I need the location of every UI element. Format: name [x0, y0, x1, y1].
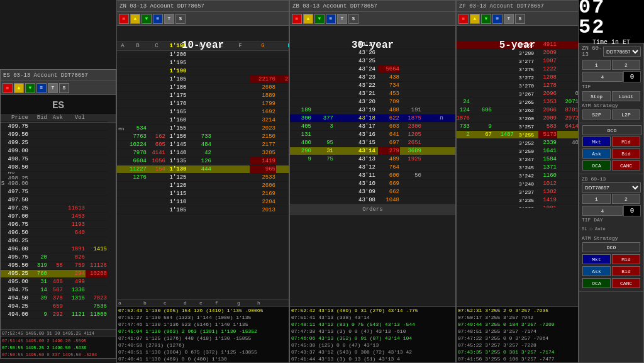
zn-num-4[interactable]: 4	[582, 72, 623, 82]
zn-col-e: E	[212, 42, 231, 50]
clock-label: Time in ET	[592, 39, 630, 46]
clock-time: 07 52	[579, 0, 644, 38]
zf-btn-green[interactable]: ▼	[481, 14, 491, 24]
zb-btn-t[interactable]: T	[337, 14, 347, 24]
zb-ts-row7: 07:43:37 43'12 (543) 0 308 (72) 43'13 42	[290, 349, 455, 355]
es-btn-t[interactable]: T	[48, 83, 58, 93]
zf-ts-row6: 07:45:22 3'257 3'257 -7228	[457, 342, 578, 349]
zf-btn-t[interactable]: T	[504, 14, 514, 24]
es-btn-s[interactable]: $	[59, 83, 69, 93]
zn-grid: 1'200 1'195 1'190 1'1852217622176 1'1802…	[117, 51, 289, 215]
es-col-ask: Ask	[48, 114, 64, 122]
es-symbol-label: ES	[1, 95, 116, 114]
zb-btn-red[interactable]: ■	[292, 14, 302, 24]
zn-stop-btn[interactable]: Stop	[582, 91, 611, 101]
zn-oca-btn[interactable]: OCA	[582, 160, 611, 170]
zn-limit-btn[interactable]: Limit	[612, 91, 640, 101]
zb-num-2[interactable]: 2	[612, 194, 640, 204]
zf-timesales: 07:52:31 3'255 2 9 3'257 -7935 07:50:17 …	[457, 306, 578, 362]
zn-ask-row: Ask Bid	[582, 148, 641, 159]
es-col-vol: Vol	[64, 114, 86, 122]
ctrl-panel: ZN 60-13 DDT78657 1 2 4 0 TIF Stop Limit…	[579, 43, 644, 363]
zn-qty-display: 0	[623, 71, 641, 82]
zf-btn-red[interactable]: ■	[458, 14, 469, 24]
clock-panel: 07 52 Time in ET	[579, 0, 644, 43]
es-timesales: 07:52:45 1495.00 31 30 1495.25 4114 07:5…	[1, 329, 116, 358]
zb-num-4[interactable]: 4	[582, 206, 623, 216]
zb-btn-blue[interactable]: ≡	[326, 14, 336, 24]
zf-ts-row8: 07:41:56 3'255 0 106 3'257 -7477	[457, 355, 578, 362]
zn-canc-btn[interactable]: CANC	[612, 160, 640, 170]
zf-grid: 3'2654911 3'2802009 3'2771087 3'2751222 …	[457, 41, 578, 208]
es-btn-red[interactable]: ■	[3, 83, 13, 93]
zb-grid: 43'27 43'26 43'25 43'245664 43'23438 43'…	[290, 41, 455, 204]
zb-ladder: 43'27 43'26 43'25 43'245664 43'23438 43'…	[290, 41, 455, 204]
zb-oca-btn[interactable]: OCA	[582, 278, 611, 288]
zb-sl-label: SL ☐ Auto	[582, 226, 606, 232]
zb-tif-label: TIF DAY	[582, 217, 641, 223]
zb-ts-row4: 07:47:38 43'13 (3) 0 0 (47) 43'13 -610	[290, 328, 455, 335]
zb-bid-btn[interactable]: Bid	[612, 266, 640, 276]
zn-mkt-btn[interactable]: Mkt	[582, 137, 611, 147]
zn-btn-s[interactable]: $	[175, 14, 186, 24]
zb-timesales: 07:52:42 43'13 (489) 9 31 (279) 43'14 -7…	[290, 306, 455, 362]
es-btn-yellow[interactable]: ▲	[14, 83, 24, 93]
zn-col-a: A	[117, 42, 128, 50]
zn-ctrl-header: ZN 60-13 DDT78657	[582, 45, 641, 58]
zn-l2p-btn[interactable]: L2P	[612, 109, 640, 120]
zn-s2p-btn[interactable]: S2P	[582, 109, 611, 120]
zb-ts-row5: 07:46:06 43'13 (352) 0 91 (87) 43'14 104	[290, 335, 455, 342]
zn-btn-green[interactable]: ▼	[142, 14, 152, 24]
zb-ts-row1: 07:52:42 43'13 (489) 9 31 (279) 43'14 -7…	[290, 307, 455, 314]
zf-ladder: 3'2654911 3'2802009 3'2771087 3'2751222 …	[457, 41, 578, 208]
zn-mld-btn[interactable]: Mld	[612, 137, 640, 147]
zn-ts-row4: 07:45:04 1'130 (963) 2 963 (1391) 1'130 …	[117, 328, 289, 335]
zn-oca-row: OCA CANC	[582, 160, 641, 171]
zb-num-1[interactable]: 1	[582, 194, 611, 204]
zn-btn-t[interactable]: T	[164, 14, 174, 24]
zb-btn-green[interactable]: ▼	[314, 14, 325, 24]
zn-ctrl-title: ZN 60-13	[582, 45, 603, 58]
zb-canc-btn[interactable]: CANC	[612, 278, 640, 288]
zb-ask-btn[interactable]: Ask	[582, 266, 611, 276]
zn-num-row1: 1 2	[582, 59, 641, 70]
zn-ts-row8: 07:40:41 1'130 (469) 0 0 (480) 1'130	[117, 355, 289, 362]
zb-mld-btn[interactable]: Mld	[612, 254, 640, 264]
zn-btn-red[interactable]: ■	[119, 14, 129, 24]
zf-btn-yellow[interactable]: ▲	[470, 14, 480, 24]
es-grid-header: Price Bid Ask Vol	[1, 114, 116, 123]
zb-oca-row: OCA CANC	[582, 277, 641, 289]
zn-ts-row1: 07:52:43 1'130 (965) 154 126 (1419) 1'13…	[117, 307, 289, 314]
zf-btn-blue[interactable]: ≡	[492, 14, 502, 24]
zb-ask-row: Ask Bid	[582, 265, 641, 277]
zn-bid-btn[interactable]: Bid	[612, 148, 640, 159]
zn-btn-blue[interactable]: ≡	[153, 14, 163, 24]
zn-ask-btn[interactable]: Ask	[582, 148, 611, 159]
es-btn-chart[interactable]: ≡	[36, 83, 47, 93]
es-col-extra	[86, 114, 108, 122]
zf-btn-s[interactable]: $	[515, 14, 525, 24]
zb-btn-yellow[interactable]: ▲	[303, 14, 313, 24]
zn-timesales: abcdefgh 07:52:43 1'130 (965) 154 126 (1…	[117, 299, 289, 362]
zb-dco-btn[interactable]: DCO	[582, 242, 640, 252]
zb-account-dropdown[interactable]: DDT78657	[582, 182, 641, 193]
zf-panel: ZF 03-13 Account DDT78657 ■ ▲ ▼ ≡ T $ 5-…	[456, 0, 579, 363]
es-ts-row2: 07:50:55 1495.25 2 1496.50 -5636	[1, 344, 116, 351]
zn-dco-btn[interactable]: DCO	[582, 125, 641, 135]
zn-col-f: F	[231, 42, 250, 50]
zn-account-dropdown[interactable]: DDT78657	[603, 47, 641, 57]
es-col-bid: Bid	[29, 114, 48, 122]
es-btn-green[interactable]: ▼	[25, 83, 35, 93]
zn-btn-yellow[interactable]: ▲	[130, 14, 140, 24]
zf-panel-titlebar: ZF 03-13 Account DDT78657	[457, 1, 578, 12]
zf-ts-row4: 07:48:51 3'255 3'257 -7174	[457, 328, 578, 335]
zb-ts-row3: 07:48:11 43'12 (83) 0 75 (543) 43'13 -54…	[290, 321, 455, 328]
zb-mkt-btn[interactable]: Mkt	[582, 254, 611, 264]
zb-sl-row: SL ☐ Auto	[582, 223, 641, 235]
zn-col-c: C	[147, 42, 166, 50]
zn-num-2[interactable]: 2	[612, 60, 640, 70]
zb-panel: ZB 03-13 Account DDT78657 ■ ▲ ▼ ≡ T $ 30…	[289, 0, 456, 363]
zn-num-1[interactable]: 1	[582, 60, 611, 70]
zb-btn-s[interactable]: $	[348, 14, 358, 24]
zn-col-b: B	[128, 42, 147, 50]
